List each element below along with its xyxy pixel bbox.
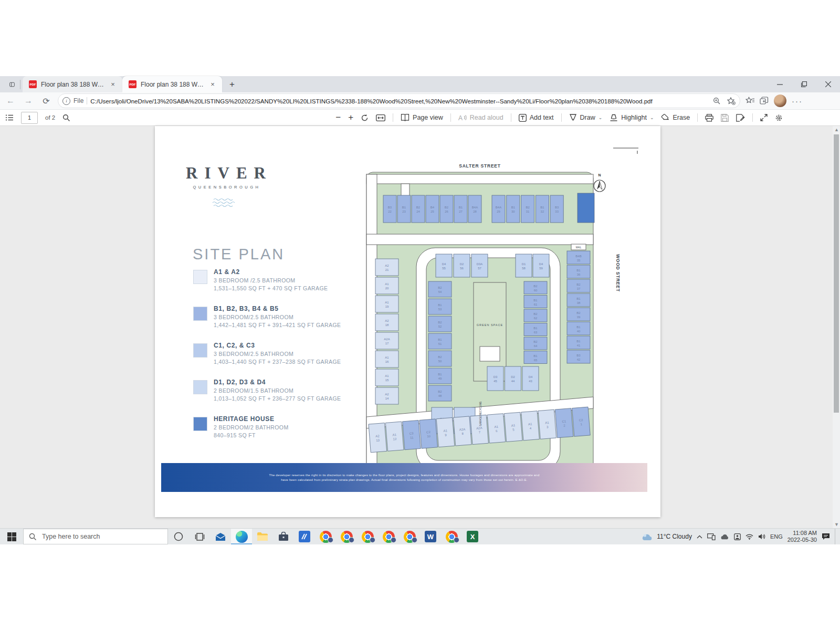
action-center-icon[interactable] — [822, 533, 830, 540]
rotate-icon[interactable] — [361, 114, 369, 122]
tab-actions-icon[interactable] — [6, 79, 18, 90]
browser-menu-icon[interactable]: ··· — [792, 97, 803, 106]
tab-1[interactable]: PDF Floor plan 38 188 Wood.pdf × — [23, 76, 122, 92]
zoom-in-icon[interactable]: + — [348, 112, 353, 123]
mail-icon[interactable] — [210, 529, 231, 544]
refresh-icon[interactable]: ⟳ — [39, 93, 54, 108]
svg-text:51: 51 — [438, 342, 442, 345]
new-tab-icon[interactable]: + — [225, 78, 239, 91]
svg-text:A1: A1 — [511, 424, 516, 427]
app-icon-blue-tile[interactable] — [294, 529, 315, 544]
print-icon[interactable] — [705, 114, 713, 122]
add-favorite-icon[interactable] — [727, 97, 736, 105]
clock[interactable]: 11:08 AM2022-05-30 — [788, 530, 817, 543]
search-input[interactable] — [41, 532, 148, 541]
forward-icon[interactable]: → — [21, 93, 36, 108]
svg-text:19: 19 — [385, 305, 389, 308]
legend-line: 3 BEDROOM/2.5 BATHROOM — [214, 314, 351, 320]
your-phone-icon[interactable] — [707, 533, 716, 540]
start-button[interactable] — [0, 529, 23, 544]
page-info-icon[interactable]: i — [62, 97, 70, 105]
svg-text:B4A: B4A — [472, 206, 478, 209]
chrome-icon-1[interactable] — [315, 529, 336, 544]
highlight-dropdown-icon[interactable]: ⌄ — [650, 115, 654, 120]
show-desktop-button[interactable] — [835, 529, 838, 544]
svg-text:20: 20 — [385, 287, 389, 290]
add-text-button[interactable]: Add text — [519, 114, 554, 122]
settings-gear-icon[interactable] — [775, 114, 783, 122]
toc-icon[interactable] — [5, 114, 14, 121]
task-view-icon[interactable] — [189, 529, 210, 544]
volume-icon[interactable] — [758, 533, 765, 540]
svg-text:28: 28 — [473, 210, 477, 213]
zoom-page-icon[interactable] — [713, 97, 721, 105]
read-aloud-button[interactable]: A Read aloud — [458, 114, 503, 121]
excel-icon[interactable]: X — [462, 529, 483, 544]
zoom-out-icon[interactable]: − — [335, 112, 341, 123]
url-field[interactable]: i File C:/Users/ljoli/OneDrive/13%20SABA… — [58, 93, 740, 108]
scroll-down-icon[interactable]: ▼ — [834, 522, 838, 527]
back-icon[interactable]: ← — [3, 93, 18, 108]
logo-title: RIVER — [183, 164, 276, 183]
fit-width-icon[interactable] — [376, 114, 385, 121]
onedrive-icon[interactable] — [720, 534, 729, 540]
cortana-icon[interactable] — [168, 529, 189, 544]
scrollbar-thumb[interactable] — [834, 134, 839, 413]
save-as-icon[interactable] — [736, 114, 745, 122]
chrome-icon-6[interactable] — [441, 529, 462, 544]
highlight-button[interactable]: Highlight ⌄ — [610, 114, 654, 121]
chrome-icon-5[interactable] — [399, 529, 420, 544]
legend-line: 1,442–1,481 SQ FT + 391–421 SQ FT GARAGE — [214, 322, 351, 328]
weather-icon[interactable] — [642, 533, 652, 541]
draw-button[interactable]: Draw ⌄ — [569, 114, 603, 121]
svg-text:B1: B1 — [576, 340, 581, 343]
tab-close-icon[interactable]: × — [109, 80, 117, 89]
favorites-icon[interactable] — [746, 97, 754, 105]
pdf-search-icon[interactable] — [62, 114, 70, 122]
store-icon[interactable] — [273, 529, 294, 544]
svg-text:B2: B2 — [533, 285, 538, 288]
window-controls — [768, 76, 840, 92]
svg-text:A2A: A2A — [476, 426, 482, 430]
disclaimer-banner: The developer reserves the right in its … — [161, 463, 647, 492]
legend-swatch — [193, 270, 207, 284]
minimize-icon[interactable] — [768, 76, 792, 92]
edge-icon[interactable] — [231, 529, 252, 544]
chrome-icon-3[interactable] — [357, 529, 378, 544]
svg-text:D4: D4 — [442, 262, 446, 266]
tray-app-icon[interactable] — [734, 533, 741, 540]
svg-text:A1: A1 — [528, 423, 532, 426]
draw-dropdown-icon[interactable]: ⌄ — [598, 115, 603, 120]
weather-text[interactable]: 11°C Cloudy — [657, 533, 692, 540]
url-scheme-label: File — [74, 97, 83, 104]
taskbar-search[interactable] — [23, 529, 168, 544]
svg-text:17: 17 — [385, 342, 389, 345]
word-icon[interactable]: W — [420, 529, 441, 544]
save-icon[interactable] — [721, 114, 729, 122]
scroll-up-icon[interactable]: ▲ — [834, 128, 838, 132]
tab-close-icon[interactable]: × — [208, 80, 217, 89]
network-icon[interactable] — [746, 534, 753, 540]
close-icon[interactable] — [816, 76, 840, 92]
url-text[interactable]: C:/Users/ljoli/OneDrive/13%20SABA%20LIST… — [90, 98, 710, 104]
svg-text:B1: B1 — [576, 297, 581, 300]
language-indicator[interactable]: ENG — [770, 533, 783, 540]
chrome-icon-4[interactable] — [378, 529, 399, 544]
page-view-button[interactable]: Page view — [401, 114, 443, 121]
svg-text:B2: B2 — [438, 321, 442, 324]
tab-2[interactable]: PDF Floor plan 38 188 Wood.pdf × — [122, 76, 222, 92]
svg-text:WOOD STREET: WOOD STREET — [615, 254, 621, 292]
erase-button[interactable]: Erase — [661, 114, 690, 121]
chrome-icon-2[interactable] — [336, 529, 357, 544]
svg-text:65: 65 — [534, 359, 538, 362]
file-explorer-icon[interactable] — [252, 529, 273, 544]
legend-item-2: C1, C2, & C33 BEDROOM/2.5 BATHROOM1,403–… — [193, 342, 351, 366]
tray-expand-icon[interactable] — [697, 535, 702, 539]
maximize-icon[interactable] — [792, 76, 816, 92]
collections-icon[interactable] — [760, 97, 769, 105]
profile-avatar[interactable] — [774, 94, 786, 107]
fullscreen-icon[interactable] — [760, 114, 768, 121]
page-number-input[interactable] — [21, 112, 38, 124]
svg-text:C1: C1 — [562, 419, 566, 423]
svg-text:15: 15 — [385, 379, 389, 382]
